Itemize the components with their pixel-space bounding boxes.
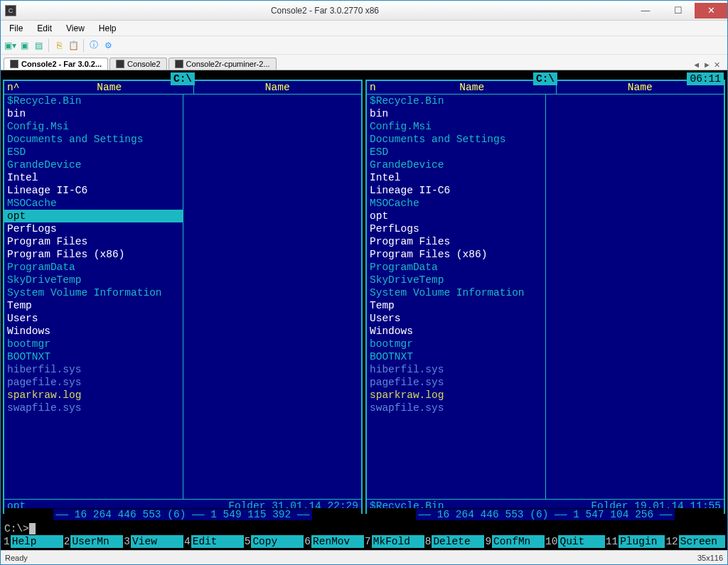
file-row[interactable]: $Recycle.Bin	[4, 95, 183, 107]
file-row[interactable]: PerfLogs	[367, 222, 545, 235]
left-file-column[interactable]: $Recycle.BinbinConfig.MsiDocuments and S…	[4, 95, 183, 499]
tab-close-icon[interactable]: ✕	[714, 60, 720, 70]
fkey-view[interactable]: 3View	[123, 535, 183, 548]
tool-button-2[interactable]: ▣	[18, 39, 31, 52]
new-tab-button[interactable]: ▣▾	[4, 39, 16, 52]
file-row[interactable]: bootmgr	[4, 338, 183, 350]
file-row[interactable]: ProgramData	[4, 261, 183, 274]
file-row[interactable]: Documents and Settings	[4, 133, 183, 146]
right-file-column[interactable]: $Recycle.BinbinConfig.MsiDocuments and S…	[367, 95, 545, 499]
file-row[interactable]: GrandeDevice	[367, 158, 545, 171]
file-row[interactable]: Windows	[4, 325, 183, 338]
file-row[interactable]: pagefile.sys	[367, 376, 545, 389]
left-file-column-2[interactable]	[183, 95, 362, 499]
menu-edit[interactable]: Edit	[30, 22, 59, 35]
file-row[interactable]: Documents and Settings	[367, 133, 545, 146]
file-row[interactable]: Users	[367, 312, 545, 325]
menu-help[interactable]: Help	[92, 22, 124, 35]
file-row[interactable]: sparkraw.log	[4, 389, 183, 402]
file-row[interactable]: Program Files (x86)	[4, 248, 183, 261]
file-row[interactable]: hiberfil.sys	[4, 363, 183, 376]
tab-prev-icon[interactable]: ◄	[692, 60, 700, 70]
sort-indicator[interactable]: n^	[4, 81, 26, 94]
file-row[interactable]: bin	[4, 107, 183, 120]
left-panel[interactable]: C:\ n^ Name Name $Recycle.BinbinConfig.M…	[3, 80, 363, 514]
copy-button[interactable]: ⎘	[53, 39, 65, 52]
file-row[interactable]: Lineage II-C6	[367, 184, 545, 197]
file-row[interactable]: swapfile.sys	[4, 402, 183, 414]
tab-active[interactable]: Console2 - Far 3.0.2...	[4, 58, 108, 70]
file-row[interactable]: GrandeDevice	[4, 158, 183, 171]
fkey-edit[interactable]: 4Edit	[183, 535, 244, 548]
file-row[interactable]: Temp	[4, 299, 183, 312]
fkey-delete[interactable]: 8Delete	[424, 535, 485, 548]
fkey-copy[interactable]: 5Copy	[244, 535, 304, 548]
file-row[interactable]: opt	[4, 210, 183, 222]
file-row[interactable]: Temp	[367, 299, 545, 312]
info-button[interactable]: ⓘ	[87, 39, 100, 52]
file-row[interactable]: Lineage II-C6	[4, 184, 183, 197]
fkey-confmn[interactable]: 9ConfMn	[484, 535, 545, 548]
tool-button-3[interactable]: ▤	[32, 39, 45, 52]
file-row[interactable]: pagefile.sys	[4, 376, 183, 389]
file-row[interactable]: ProgramData	[367, 261, 545, 274]
file-row[interactable]: ESD	[367, 146, 545, 158]
file-row[interactable]: System Volume Information	[4, 286, 183, 299]
file-row[interactable]: hiberfil.sys	[367, 363, 545, 376]
tab[interactable]: Console2	[109, 58, 166, 70]
file-row[interactable]: System Volume Information	[367, 286, 545, 299]
fkey-screen[interactable]: 12Screen	[665, 535, 725, 548]
file-row[interactable]: BOOTNXT	[367, 350, 545, 363]
right-panel[interactable]: C:\ 06:11 n Name Name $Recycle.BinbinCon…	[365, 80, 725, 514]
fkey-num: 6	[304, 535, 311, 548]
fkey-mkfold[interactable]: 7MkFold	[364, 535, 424, 548]
fkey-label: MkFold	[372, 535, 424, 548]
file-row[interactable]: MSOCache	[367, 197, 545, 210]
maximize-button[interactable]: ☐	[662, 3, 695, 18]
right-file-column-2[interactable]	[545, 95, 724, 499]
left-path-label: C:\	[171, 72, 195, 85]
file-row[interactable]: Intel	[367, 171, 545, 184]
file-row[interactable]: Intel	[4, 171, 183, 184]
file-row[interactable]: PerfLogs	[4, 222, 183, 235]
column-name[interactable]: Name	[388, 81, 556, 94]
file-row[interactable]: Program Files	[367, 235, 545, 248]
file-row[interactable]: $Recycle.Bin	[367, 95, 545, 107]
column-name[interactable]: Name	[26, 81, 193, 94]
file-row[interactable]: BOOTNXT	[4, 350, 183, 363]
fkey-plugin[interactable]: 11Plugin	[605, 535, 665, 548]
prompt-line[interactable]: C:\>	[3, 522, 725, 535]
close-button[interactable]: ✕	[695, 3, 727, 18]
file-row[interactable]: ESD	[4, 146, 183, 158]
file-row[interactable]: swapfile.sys	[367, 402, 545, 414]
file-row[interactable]: SkyDriveTemp	[4, 274, 183, 286]
sort-indicator[interactable]: n	[367, 81, 388, 94]
fkey-quit[interactable]: 10Quit	[545, 535, 605, 548]
minimize-button[interactable]: —	[629, 3, 662, 18]
titlebar[interactable]: C Console2 - Far 3.0.2770 x86 — ☐ ✕	[1, 1, 727, 21]
file-row[interactable]: opt	[367, 210, 545, 222]
file-row[interactable]: MSOCache	[4, 197, 183, 210]
settings-button[interactable]: ⚙	[102, 39, 114, 52]
file-row[interactable]: bootmgr	[367, 338, 545, 350]
fkey-help[interactable]: 1Help	[3, 535, 63, 548]
console-area[interactable]: C:\ n^ Name Name $Recycle.BinbinConfig.M…	[1, 70, 727, 550]
paste-button[interactable]: 📋	[67, 39, 80, 52]
file-row[interactable]: bin	[367, 107, 545, 120]
tab-next-icon[interactable]: ►	[703, 60, 711, 70]
fkey-usermn[interactable]: 2UserMn	[63, 535, 124, 548]
file-row[interactable]: Program Files (x86)	[367, 248, 545, 261]
file-row[interactable]: Windows	[367, 325, 545, 338]
file-row[interactable]: Config.Msi	[367, 120, 545, 133]
menu-view[interactable]: View	[59, 22, 92, 35]
file-row[interactable]: Config.Msi	[4, 120, 183, 133]
fkey-label: RenMov	[311, 535, 364, 548]
file-row[interactable]: sparkraw.log	[367, 389, 545, 402]
fkey-renmov[interactable]: 6RenMov	[304, 535, 364, 548]
column-name-2[interactable]: Name	[193, 81, 362, 94]
file-row[interactable]: Users	[4, 312, 183, 325]
file-row[interactable]: Program Files	[4, 235, 183, 248]
file-row[interactable]: SkyDriveTemp	[367, 274, 545, 286]
tab[interactable]: Console2r-cpuminer-2...	[168, 58, 277, 70]
menu-file[interactable]: File	[2, 22, 30, 35]
